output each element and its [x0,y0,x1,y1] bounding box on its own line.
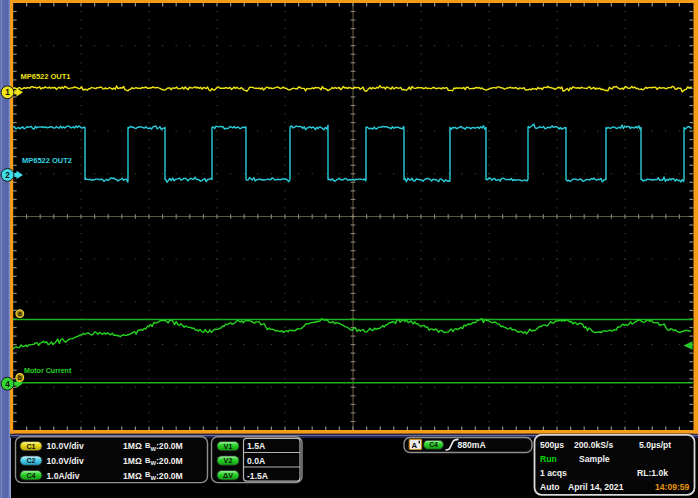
svg-text:V2: V2 [224,456,233,465]
svg-text:C4: C4 [26,471,35,480]
svg-text::20.0M: :20.0M [156,456,183,466]
svg-text::20.0M: :20.0M [156,471,183,481]
svg-text:200.0kS/s: 200.0kS/s [574,440,613,450]
svg-text:1MΩ: 1MΩ [123,441,142,451]
svg-text:14:09:59: 14:09:59 [655,482,690,492]
svg-text:5.0µs/pt: 5.0µs/pt [639,440,671,450]
svg-text:ΔV: ΔV [223,471,233,480]
svg-text:Sample: Sample [579,454,610,464]
svg-text:V1: V1 [224,442,233,451]
svg-text:April 14, 2021: April 14, 2021 [568,482,624,492]
svg-text:Auto: Auto [540,482,560,492]
svg-text:b: b [18,374,22,381]
svg-text:1.0A/div: 1.0A/div [47,471,80,481]
svg-text:2: 2 [5,171,10,180]
svg-text:500µs: 500µs [540,440,564,450]
svg-text:1.5A: 1.5A [247,441,265,451]
svg-text:10.0V/div: 10.0V/div [47,441,84,451]
svg-text:880mA: 880mA [458,440,486,450]
svg-text:10.0V/div: 10.0V/div [47,456,84,466]
svg-text:MP6522 OUT2: MP6522 OUT2 [22,156,72,165]
svg-text:1MΩ: 1MΩ [123,471,142,481]
svg-text:1: 1 [5,88,10,97]
svg-text:0.0A: 0.0A [247,456,265,466]
svg-text:MP6522 OUT1: MP6522 OUT1 [21,72,71,81]
svg-text::20.0M: :20.0M [156,441,183,451]
svg-text:Run: Run [540,454,557,464]
svg-text:-1.5A: -1.5A [247,471,268,481]
svg-text:C1: C1 [26,442,35,451]
svg-text:C4: C4 [429,441,438,448]
svg-text:A: A [411,441,417,450]
svg-text:1MΩ: 1MΩ [123,456,142,466]
svg-text:Motor Current: Motor Current [24,367,72,375]
svg-text:a: a [18,310,22,317]
svg-text:1 acqs: 1 acqs [540,468,567,478]
svg-text:4: 4 [5,380,10,389]
svg-text:RL:1.0k: RL:1.0k [637,468,668,478]
svg-text:C2: C2 [26,456,35,465]
